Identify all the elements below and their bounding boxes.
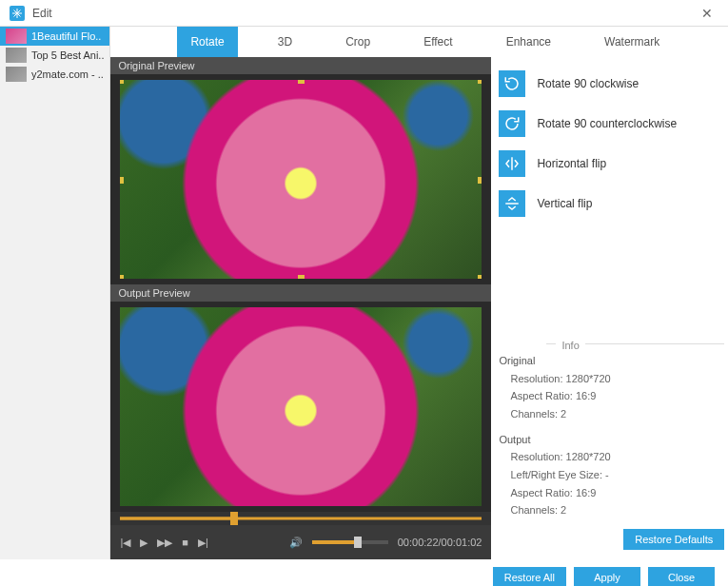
stop-button[interactable]: ■ xyxy=(182,537,188,548)
window-title: Edit xyxy=(32,7,52,20)
seek-thumb[interactable] xyxy=(230,512,238,525)
info-output-channels: Channels: 2 xyxy=(499,501,724,519)
op-label: Rotate 90 clockwise xyxy=(537,77,639,90)
op-rotate-cw[interactable]: Rotate 90 clockwise xyxy=(499,70,724,97)
flip-h-icon xyxy=(499,150,525,177)
prev-button[interactable]: |◀ xyxy=(120,537,130,549)
fast-forward-button[interactable]: ▶▶ xyxy=(157,537,172,549)
file-sidebar: 1Beautiful Flo..Top 5 Best Ani..y2mate.c… xyxy=(0,27,110,559)
file-thumb-icon xyxy=(6,29,27,44)
info-original-heading: Original xyxy=(499,352,724,370)
inspector-panel: Rotate 90 clockwiseRotate 90 countercloc… xyxy=(491,57,728,559)
original-preview[interactable] xyxy=(110,74,491,284)
restore-all-button[interactable]: Restore All xyxy=(493,567,566,586)
file-name: y2mate.com - .. xyxy=(31,68,104,80)
info-output-resolution: Resolution: 1280*720 xyxy=(499,448,724,466)
volume-thumb[interactable] xyxy=(354,537,362,548)
output-preview-label: Output Preview xyxy=(110,284,491,302)
file-item-2[interactable]: y2mate.com - .. xyxy=(0,65,109,84)
footer-buttons: Restore All Apply Close xyxy=(0,559,728,586)
info-output-aspect: Aspect Ratio: 16:9 xyxy=(499,484,724,502)
tab-watermark[interactable]: Watermark xyxy=(591,27,673,57)
app-logo-icon xyxy=(10,6,25,21)
file-name: 1Beautiful Flo.. xyxy=(31,30,101,42)
rotate-ccw-icon xyxy=(499,110,525,137)
output-preview xyxy=(110,302,491,512)
tab-crop[interactable]: Crop xyxy=(332,27,384,57)
file-item-0[interactable]: 1Beautiful Flo.. xyxy=(0,27,109,46)
info-output-heading: Output xyxy=(499,431,724,449)
original-preview-label: Original Preview xyxy=(110,57,491,74)
tab-effect[interactable]: Effect xyxy=(410,27,465,57)
op-label: Horizontal flip xyxy=(537,157,606,170)
op-rotate-ccw[interactable]: Rotate 90 counterclockwise xyxy=(499,110,724,137)
close-footer-button[interactable]: Close xyxy=(648,567,715,586)
playback-time: 00:00:22/00:01:02 xyxy=(398,537,482,548)
file-name: Top 5 Best Ani.. xyxy=(31,49,104,61)
output-preview-image xyxy=(120,307,482,506)
tab-bar: Rotate3DCropEffectEnhanceWatermark xyxy=(110,27,728,57)
file-thumb-icon xyxy=(6,67,27,82)
volume-icon[interactable]: 🔊 xyxy=(289,537,303,549)
close-button[interactable]: ✕ xyxy=(696,6,718,21)
apply-button[interactable]: Apply xyxy=(574,567,640,586)
info-original-aspect: Aspect Ratio: 16:9 xyxy=(499,387,724,405)
info-heading: Info xyxy=(556,337,584,355)
play-button[interactable]: ▶ xyxy=(140,537,148,549)
restore-defaults-button[interactable]: Restore Defaults xyxy=(623,529,724,550)
next-button[interactable]: ▶| xyxy=(198,537,208,549)
tab-enhance[interactable]: Enhance xyxy=(493,27,564,57)
tab-3d[interactable]: 3D xyxy=(265,27,305,57)
volume-slider[interactable] xyxy=(312,540,388,544)
file-thumb-icon xyxy=(6,48,27,63)
title-bar: Edit ✕ xyxy=(0,0,728,27)
rotate-cw-icon xyxy=(499,70,525,97)
op-label: Rotate 90 counterclockwise xyxy=(537,117,677,130)
tab-rotate[interactable]: Rotate xyxy=(177,27,237,57)
op-label: Vertical flip xyxy=(537,197,592,210)
seek-bar[interactable] xyxy=(110,512,491,525)
op-flip-v[interactable]: Vertical flip xyxy=(499,190,724,217)
info-original-channels: Channels: 2 xyxy=(499,405,724,423)
original-preview-image xyxy=(120,80,482,279)
preview-column: Original Preview Output Preview xyxy=(110,57,491,559)
player-controls: |◀ ▶ ▶▶ ■ ▶| 🔊 00:00:22/00:01:02 xyxy=(110,512,491,559)
file-item-1[interactable]: Top 5 Best Ani.. xyxy=(0,46,109,65)
info-output-eyesize: Left/Right Eye Size: - xyxy=(499,466,724,484)
op-flip-h[interactable]: Horizontal flip xyxy=(499,150,724,177)
flip-v-icon xyxy=(499,190,525,217)
info-original-resolution: Resolution: 1280*720 xyxy=(499,370,724,388)
